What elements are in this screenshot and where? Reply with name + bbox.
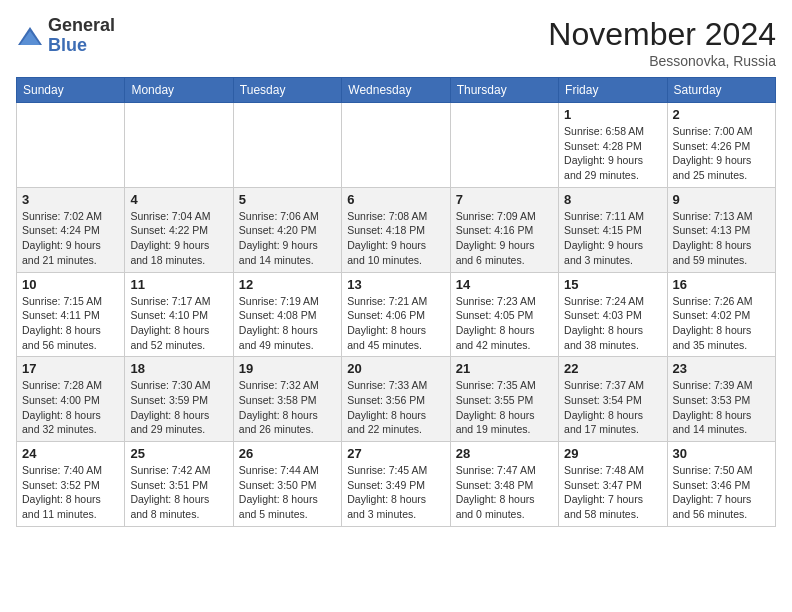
day-info: Sunrise: 7:11 AM Sunset: 4:15 PM Dayligh… [564,209,661,268]
logo-bottom: Blue [48,36,115,56]
day-info: Sunrise: 7:24 AM Sunset: 4:03 PM Dayligh… [564,294,661,353]
day-number: 26 [239,446,336,461]
calendar-cell: 26Sunrise: 7:44 AM Sunset: 3:50 PM Dayli… [233,442,341,527]
calendar-cell: 27Sunrise: 7:45 AM Sunset: 3:49 PM Dayli… [342,442,450,527]
calendar-cell: 15Sunrise: 7:24 AM Sunset: 4:03 PM Dayli… [559,272,667,357]
logo-icon [16,23,44,51]
calendar-cell: 30Sunrise: 7:50 AM Sunset: 3:46 PM Dayli… [667,442,775,527]
day-number: 7 [456,192,553,207]
day-info: Sunrise: 7:23 AM Sunset: 4:05 PM Dayligh… [456,294,553,353]
day-info: Sunrise: 7:33 AM Sunset: 3:56 PM Dayligh… [347,378,444,437]
weekday-friday: Friday [559,78,667,103]
day-number: 29 [564,446,661,461]
day-info: Sunrise: 7:08 AM Sunset: 4:18 PM Dayligh… [347,209,444,268]
day-number: 10 [22,277,119,292]
day-number: 25 [130,446,227,461]
day-number: 8 [564,192,661,207]
calendar-cell: 25Sunrise: 7:42 AM Sunset: 3:51 PM Dayli… [125,442,233,527]
day-number: 20 [347,361,444,376]
day-number: 19 [239,361,336,376]
calendar-cell: 21Sunrise: 7:35 AM Sunset: 3:55 PM Dayli… [450,357,558,442]
week-row-4: 17Sunrise: 7:28 AM Sunset: 4:00 PM Dayli… [17,357,776,442]
calendar-cell: 24Sunrise: 7:40 AM Sunset: 3:52 PM Dayli… [17,442,125,527]
calendar-cell: 8Sunrise: 7:11 AM Sunset: 4:15 PM Daylig… [559,187,667,272]
day-info: Sunrise: 7:42 AM Sunset: 3:51 PM Dayligh… [130,463,227,522]
day-info: Sunrise: 7:50 AM Sunset: 3:46 PM Dayligh… [673,463,770,522]
calendar-cell: 2Sunrise: 7:00 AM Sunset: 4:26 PM Daylig… [667,103,775,188]
day-info: Sunrise: 7:00 AM Sunset: 4:26 PM Dayligh… [673,124,770,183]
week-row-1: 1Sunrise: 6:58 AM Sunset: 4:28 PM Daylig… [17,103,776,188]
day-number: 5 [239,192,336,207]
page-header: General Blue November 2024 Bessonovka, R… [16,16,776,69]
week-row-2: 3Sunrise: 7:02 AM Sunset: 4:24 PM Daylig… [17,187,776,272]
day-info: Sunrise: 7:21 AM Sunset: 4:06 PM Dayligh… [347,294,444,353]
day-info: Sunrise: 7:30 AM Sunset: 3:59 PM Dayligh… [130,378,227,437]
calendar-cell [17,103,125,188]
location: Bessonovka, Russia [548,53,776,69]
day-number: 14 [456,277,553,292]
day-info: Sunrise: 6:58 AM Sunset: 4:28 PM Dayligh… [564,124,661,183]
week-row-5: 24Sunrise: 7:40 AM Sunset: 3:52 PM Dayli… [17,442,776,527]
day-number: 13 [347,277,444,292]
day-number: 9 [673,192,770,207]
day-number: 11 [130,277,227,292]
day-info: Sunrise: 7:02 AM Sunset: 4:24 PM Dayligh… [22,209,119,268]
day-info: Sunrise: 7:15 AM Sunset: 4:11 PM Dayligh… [22,294,119,353]
calendar-cell: 28Sunrise: 7:47 AM Sunset: 3:48 PM Dayli… [450,442,558,527]
day-number: 4 [130,192,227,207]
calendar-cell: 6Sunrise: 7:08 AM Sunset: 4:18 PM Daylig… [342,187,450,272]
month-title: November 2024 [548,16,776,53]
calendar-cell [125,103,233,188]
week-row-3: 10Sunrise: 7:15 AM Sunset: 4:11 PM Dayli… [17,272,776,357]
day-number: 22 [564,361,661,376]
day-number: 16 [673,277,770,292]
logo-text: General Blue [48,16,115,56]
calendar-cell [342,103,450,188]
day-info: Sunrise: 7:26 AM Sunset: 4:02 PM Dayligh… [673,294,770,353]
calendar-cell: 10Sunrise: 7:15 AM Sunset: 4:11 PM Dayli… [17,272,125,357]
day-info: Sunrise: 7:44 AM Sunset: 3:50 PM Dayligh… [239,463,336,522]
day-info: Sunrise: 7:39 AM Sunset: 3:53 PM Dayligh… [673,378,770,437]
calendar-cell: 9Sunrise: 7:13 AM Sunset: 4:13 PM Daylig… [667,187,775,272]
weekday-sunday: Sunday [17,78,125,103]
title-area: November 2024 Bessonovka, Russia [548,16,776,69]
weekday-wednesday: Wednesday [342,78,450,103]
day-number: 23 [673,361,770,376]
weekday-monday: Monday [125,78,233,103]
day-number: 30 [673,446,770,461]
calendar-cell: 18Sunrise: 7:30 AM Sunset: 3:59 PM Dayli… [125,357,233,442]
calendar-cell: 7Sunrise: 7:09 AM Sunset: 4:16 PM Daylig… [450,187,558,272]
calendar-cell: 13Sunrise: 7:21 AM Sunset: 4:06 PM Dayli… [342,272,450,357]
day-number: 1 [564,107,661,122]
calendar-table: SundayMondayTuesdayWednesdayThursdayFrid… [16,77,776,527]
calendar-cell: 19Sunrise: 7:32 AM Sunset: 3:58 PM Dayli… [233,357,341,442]
calendar-cell: 12Sunrise: 7:19 AM Sunset: 4:08 PM Dayli… [233,272,341,357]
day-info: Sunrise: 7:06 AM Sunset: 4:20 PM Dayligh… [239,209,336,268]
day-info: Sunrise: 7:09 AM Sunset: 4:16 PM Dayligh… [456,209,553,268]
calendar-cell: 4Sunrise: 7:04 AM Sunset: 4:22 PM Daylig… [125,187,233,272]
calendar-cell: 11Sunrise: 7:17 AM Sunset: 4:10 PM Dayli… [125,272,233,357]
weekday-header-row: SundayMondayTuesdayWednesdayThursdayFrid… [17,78,776,103]
calendar-cell: 29Sunrise: 7:48 AM Sunset: 3:47 PM Dayli… [559,442,667,527]
day-info: Sunrise: 7:04 AM Sunset: 4:22 PM Dayligh… [130,209,227,268]
logo-top: General [48,16,115,36]
day-number: 24 [22,446,119,461]
calendar-cell: 3Sunrise: 7:02 AM Sunset: 4:24 PM Daylig… [17,187,125,272]
day-info: Sunrise: 7:19 AM Sunset: 4:08 PM Dayligh… [239,294,336,353]
day-number: 6 [347,192,444,207]
calendar-cell: 23Sunrise: 7:39 AM Sunset: 3:53 PM Dayli… [667,357,775,442]
calendar-cell [450,103,558,188]
day-info: Sunrise: 7:45 AM Sunset: 3:49 PM Dayligh… [347,463,444,522]
day-number: 18 [130,361,227,376]
day-info: Sunrise: 7:47 AM Sunset: 3:48 PM Dayligh… [456,463,553,522]
day-info: Sunrise: 7:40 AM Sunset: 3:52 PM Dayligh… [22,463,119,522]
day-info: Sunrise: 7:13 AM Sunset: 4:13 PM Dayligh… [673,209,770,268]
day-number: 3 [22,192,119,207]
calendar-cell: 16Sunrise: 7:26 AM Sunset: 4:02 PM Dayli… [667,272,775,357]
calendar-cell: 20Sunrise: 7:33 AM Sunset: 3:56 PM Dayli… [342,357,450,442]
calendar-cell: 5Sunrise: 7:06 AM Sunset: 4:20 PM Daylig… [233,187,341,272]
calendar-cell: 14Sunrise: 7:23 AM Sunset: 4:05 PM Dayli… [450,272,558,357]
day-info: Sunrise: 7:35 AM Sunset: 3:55 PM Dayligh… [456,378,553,437]
day-number: 27 [347,446,444,461]
calendar-cell: 22Sunrise: 7:37 AM Sunset: 3:54 PM Dayli… [559,357,667,442]
